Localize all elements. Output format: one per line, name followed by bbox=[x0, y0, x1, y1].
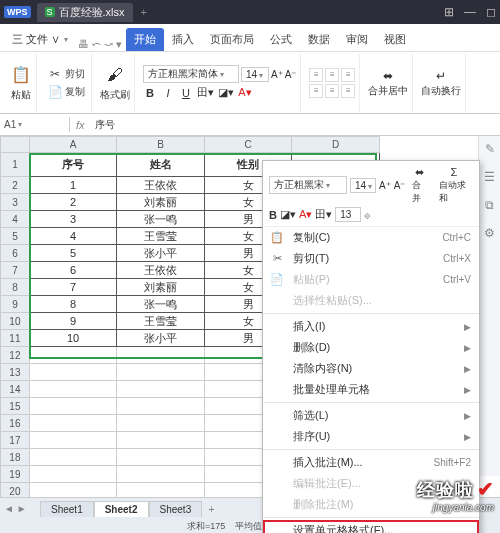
mini-font-size[interactable]: 14 bbox=[350, 178, 376, 193]
cell[interactable]: 刘素丽 bbox=[117, 194, 205, 211]
tab-start[interactable]: 开始 bbox=[126, 28, 164, 51]
mini-fill-color[interactable]: ◪▾ bbox=[280, 208, 296, 221]
context-menu-item[interactable]: 设置单元格格式(F)... bbox=[263, 520, 479, 533]
add-sheet-button[interactable]: + bbox=[202, 501, 220, 517]
row-header[interactable]: 7 bbox=[1, 262, 30, 279]
fx-icon[interactable]: fx bbox=[70, 119, 91, 131]
align-bottom-center[interactable]: ≡ bbox=[325, 84, 339, 98]
sheet-nav[interactable]: ◄ ► bbox=[4, 503, 27, 514]
cell[interactable]: 2 bbox=[29, 194, 117, 211]
autowrap-button[interactable]: ↵ 自动换行 bbox=[421, 68, 461, 98]
cell[interactable]: 序号 bbox=[29, 153, 117, 177]
row-header[interactable]: 2 bbox=[1, 177, 30, 194]
maximize-icon[interactable]: ◻ bbox=[486, 5, 496, 19]
row-header[interactable]: 8 bbox=[1, 279, 30, 296]
tab-view[interactable]: 视图 bbox=[376, 28, 414, 51]
document-tab[interactable]: S 百度经验.xlsx bbox=[37, 3, 133, 22]
row-header[interactable]: 12 bbox=[1, 347, 30, 364]
formula-input[interactable]: 序号 bbox=[91, 116, 500, 134]
row-header[interactable]: 13 bbox=[1, 364, 30, 381]
row-header[interactable]: 3 bbox=[1, 194, 30, 211]
cell[interactable]: 刘素丽 bbox=[117, 279, 205, 296]
context-menu-item[interactable]: 筛选(L)▶ bbox=[263, 405, 479, 426]
tab-data[interactable]: 数据 bbox=[300, 28, 338, 51]
sheet-tab[interactable]: Sheet3 bbox=[149, 501, 203, 517]
row-header[interactable]: 6 bbox=[1, 245, 30, 262]
cell[interactable]: 9 bbox=[29, 313, 117, 330]
cell[interactable] bbox=[29, 415, 117, 432]
tab-page-layout[interactable]: 页面布局 bbox=[202, 28, 262, 51]
cell[interactable] bbox=[117, 432, 205, 449]
side-tool-icon[interactable]: ☰ bbox=[484, 170, 495, 184]
context-menu-item[interactable]: 批量处理单元格▶ bbox=[263, 379, 479, 400]
font-size-select[interactable]: 14 bbox=[241, 67, 269, 82]
cell[interactable]: 张一鸣 bbox=[117, 211, 205, 228]
font-color-button[interactable]: A▾ bbox=[238, 86, 252, 99]
cell[interactable]: 张一鸣 bbox=[117, 296, 205, 313]
cell[interactable] bbox=[29, 381, 117, 398]
cell[interactable]: 1 bbox=[29, 177, 117, 194]
cell[interactable]: 王雪莹 bbox=[117, 228, 205, 245]
row-header[interactable]: 18 bbox=[1, 449, 30, 466]
cell[interactable]: 王依依 bbox=[117, 262, 205, 279]
col-header-a[interactable]: A bbox=[29, 137, 117, 153]
align-top-center[interactable]: ≡ bbox=[325, 68, 339, 82]
cell[interactable]: 7 bbox=[29, 279, 117, 296]
format-painter-button[interactable]: 🖌 格式刷 bbox=[100, 64, 130, 102]
cell[interactable]: 5 bbox=[29, 245, 117, 262]
tab-review[interactable]: 审阅 bbox=[338, 28, 376, 51]
row-header[interactable]: 5 bbox=[1, 228, 30, 245]
row-header[interactable]: 4 bbox=[1, 211, 30, 228]
cell[interactable]: 姓名 bbox=[117, 153, 205, 177]
col-header-d[interactable]: D bbox=[292, 137, 380, 153]
paste-button[interactable]: 📋 粘贴 bbox=[10, 64, 32, 102]
bold-button[interactable]: B bbox=[143, 87, 157, 99]
col-header-c[interactable]: C bbox=[204, 137, 292, 153]
cell[interactable] bbox=[29, 432, 117, 449]
mini-merge-button[interactable]: ⬌合并 bbox=[408, 165, 431, 205]
settings-icon[interactable]: ⊞ bbox=[444, 5, 454, 19]
cell[interactable]: 10 bbox=[29, 330, 117, 347]
row-header[interactable]: 15 bbox=[1, 398, 30, 415]
increase-font-icon[interactable]: A⁺ bbox=[271, 69, 283, 80]
name-box[interactable]: A1 bbox=[0, 117, 70, 132]
mini-format-icon[interactable]: ⟐ bbox=[364, 209, 371, 221]
row-header[interactable]: 17 bbox=[1, 432, 30, 449]
cell[interactable]: 3 bbox=[29, 211, 117, 228]
mini-font-color[interactable]: A▾ bbox=[299, 208, 312, 221]
context-menu-item[interactable]: 删除(D)▶ bbox=[263, 337, 479, 358]
cell[interactable]: 张小平 bbox=[117, 330, 205, 347]
align-bottom-left[interactable]: ≡ bbox=[309, 84, 323, 98]
align-top-left[interactable]: ≡ bbox=[309, 68, 323, 82]
cell[interactable] bbox=[117, 398, 205, 415]
mini-value[interactable]: 13 bbox=[335, 207, 361, 222]
cell[interactable] bbox=[117, 415, 205, 432]
mini-increase-font[interactable]: A⁺ bbox=[379, 180, 391, 191]
mini-font-name[interactable]: 方正粗黑宋 bbox=[269, 176, 347, 194]
cut-button[interactable]: ✂剪切 bbox=[45, 65, 87, 83]
merge-center-button[interactable]: ⬌ 合并居中 bbox=[368, 68, 408, 98]
cell[interactable]: 4 bbox=[29, 228, 117, 245]
cell[interactable]: 王依依 bbox=[117, 177, 205, 194]
underline-button[interactable]: U bbox=[179, 87, 193, 99]
cell[interactable] bbox=[117, 347, 205, 364]
minimize-icon[interactable]: — bbox=[464, 5, 476, 19]
row-header[interactable]: 16 bbox=[1, 415, 30, 432]
mini-bold[interactable]: B bbox=[269, 209, 277, 221]
row-header[interactable]: 11 bbox=[1, 330, 30, 347]
cell[interactable] bbox=[29, 364, 117, 381]
row-header[interactable]: 1 bbox=[1, 153, 30, 177]
cell[interactable] bbox=[117, 364, 205, 381]
cell[interactable] bbox=[117, 466, 205, 483]
tab-insert[interactable]: 插入 bbox=[164, 28, 202, 51]
decrease-font-icon[interactable]: A⁻ bbox=[285, 69, 297, 80]
cell[interactable] bbox=[117, 449, 205, 466]
cell[interactable]: 6 bbox=[29, 262, 117, 279]
context-menu-item[interactable]: 清除内容(N)▶ bbox=[263, 358, 479, 379]
cell[interactable] bbox=[29, 449, 117, 466]
mini-border[interactable]: 田▾ bbox=[315, 207, 332, 222]
context-menu-item[interactable]: 插入(I)▶ bbox=[263, 316, 479, 337]
align-top-right[interactable]: ≡ bbox=[341, 68, 355, 82]
context-menu-item[interactable]: 插入批注(M)...Shift+F2 bbox=[263, 452, 479, 473]
row-header[interactable]: 19 bbox=[1, 466, 30, 483]
